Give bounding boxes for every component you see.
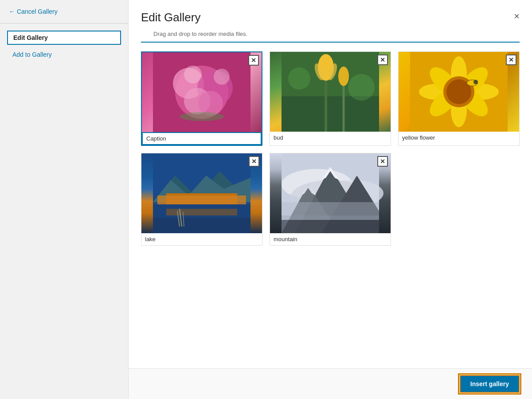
svg-point-18 [348, 74, 375, 101]
svg-rect-40 [166, 209, 237, 215]
remove-button[interactable]: ✕ [377, 55, 388, 65]
close-button[interactable]: × [514, 12, 520, 21]
svg-point-17 [288, 67, 310, 90]
svg-rect-10 [282, 96, 379, 132]
remove-button[interactable]: ✕ [248, 55, 259, 66]
thumbnail-yellow-flower [399, 52, 519, 132]
caption-input[interactable] [142, 132, 262, 145]
svg-point-32 [473, 80, 478, 84]
sidebar-nav: Edit Gallery Add to Gallery [0, 31, 128, 61]
insert-gallery-button[interactable]: Insert gallery [460, 375, 520, 393]
svg-point-14 [338, 66, 349, 86]
gallery-item[interactable]: ✕ mountain [270, 153, 391, 246]
item-caption: lake [141, 233, 262, 245]
svg-point-7 [214, 69, 230, 85]
thumbnail-bud [270, 52, 391, 132]
drag-hint: Drag and drop to reorder media files. [141, 24, 520, 43]
main-panel: Edit Gallery × Drag and drop to reorder … [129, 0, 532, 399]
thumbnail-mountain [270, 153, 391, 233]
gallery-grid: ✕ [129, 43, 532, 368]
gallery-item[interactable]: ✕ yellow flower [398, 51, 520, 146]
remove-button[interactable]: ✕ [377, 156, 388, 167]
svg-point-8 [180, 112, 224, 121]
item-caption: yellow flower [399, 132, 519, 144]
gallery-item[interactable]: ✕ lake [141, 153, 262, 246]
thumbnail-flowers [142, 52, 262, 132]
remove-button[interactable]: ✕ [506, 55, 516, 65]
cancel-gallery-link[interactable]: ← Cancel Gallery [0, 0, 128, 23]
gallery-item[interactable]: ✕ bud [270, 51, 391, 146]
thumbnail-lake [141, 153, 262, 233]
sidebar-item-add-to-gallery[interactable]: Add to Gallery [7, 48, 121, 61]
svg-point-5 [198, 91, 223, 116]
svg-rect-37 [157, 196, 246, 204]
page-title: Edit Gallery [141, 11, 200, 24]
footer-bar: Insert gallery [129, 368, 532, 399]
sidebar-divider [0, 23, 128, 23]
gallery-item[interactable]: ✕ [141, 51, 262, 146]
svg-point-6 [184, 66, 202, 83]
svg-rect-55 [282, 220, 379, 233]
item-caption: mountain [270, 233, 391, 245]
main-header: Edit Gallery × [129, 0, 532, 24]
remove-button[interactable]: ✕ [249, 156, 259, 167]
item-caption: bud [270, 132, 391, 144]
sidebar-item-edit-gallery[interactable]: Edit Gallery [7, 31, 121, 45]
sidebar: ← Cancel Gallery Edit Gallery Add to Gal… [0, 0, 129, 399]
